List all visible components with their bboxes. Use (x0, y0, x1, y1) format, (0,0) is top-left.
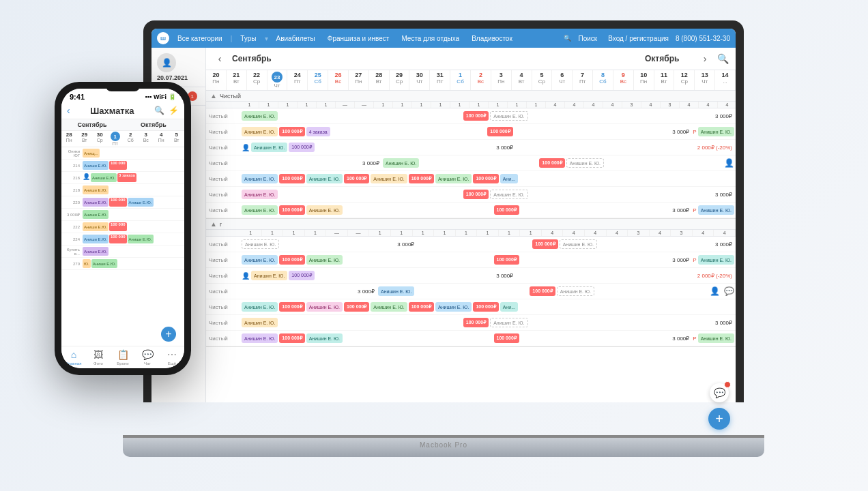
laptop-fab-button[interactable]: + (708, 408, 730, 430)
chip-dashed-6[interactable]: Анишин Е. Ю. (490, 190, 527, 199)
chip-price-2[interactable]: 100 000₽ (279, 127, 304, 136)
chip-name-7[interactable]: Анишин Е. Ю. (242, 205, 278, 215)
chip-name-5[interactable]: Анишин Е. Ю. (242, 174, 278, 183)
chip-price-2-1[interactable]: 100 000₽ (532, 239, 558, 249)
chip-name-1[interactable]: Анишин Е. Ю. (242, 111, 278, 121)
chip-name-7c[interactable]: Анишин Е. Ю. (698, 205, 734, 215)
chip-orders-2[interactable]: 4 заказа (306, 127, 330, 136)
chip-price-6[interactable]: 100 000₽ (463, 190, 489, 199)
chip-name-5e[interactable]: Ани... (500, 174, 518, 183)
chip-name-2[interactable]: Анишин Е. Ю. (242, 127, 278, 136)
chip-name-2-2c[interactable]: Анишин Е. Ю. (698, 255, 734, 265)
chip-price-7[interactable]: 100 000₽ (279, 205, 304, 215)
section-toggle-1[interactable]: ▲ (210, 92, 217, 100)
phone-chip-4[interactable]: Аниши Е.Ю. (83, 185, 108, 194)
chip-price-2-6[interactable]: 100 000₽ (463, 318, 489, 327)
chip-name-2-7b[interactable]: Анишин Е. Ю. (306, 333, 343, 343)
chip-overflow-2-5[interactable]: Ани... (500, 302, 518, 312)
chip-price-5d[interactable]: 100 000₽ (473, 174, 498, 183)
chip-name-2-5b[interactable]: Анишин Е. Ю. (306, 302, 343, 312)
chip-name-2-5[interactable]: Анишин Е. Ю. (242, 302, 278, 312)
chip-name-2b[interactable]: Анишин Е. Ю. (698, 127, 734, 136)
chip-dashed-2-1b[interactable]: Анишин Е. Ю. (560, 239, 597, 249)
chip-name-5d[interactable]: Анишин Е. Ю. (435, 174, 472, 183)
chip-price-1[interactable]: 100 000₽ (463, 111, 489, 121)
chip-price-5[interactable]: 100 000₽ (279, 174, 304, 183)
chip-name-5c[interactable]: Анишин Е. Ю. (371, 174, 407, 183)
chip-name-4[interactable]: Анишин Е. Ю. (383, 158, 419, 168)
chip-name-2-5d[interactable]: Анишин Е. Ю. (435, 302, 472, 312)
calendar-search-icon[interactable]: 🔍 (717, 53, 729, 64)
chip-dashed-1[interactable]: Анишин Е. Ю. (490, 111, 527, 121)
chip-price-2-5d[interactable]: 100 000₽ (473, 302, 498, 312)
nav-places[interactable]: Места для отдыха (397, 33, 463, 44)
next-month-btn[interactable]: › (698, 52, 712, 65)
chip-name-2-4[interactable]: Анишин Е. Ю. (378, 286, 414, 296)
chip-price-2b[interactable]: 100 000₽ (487, 127, 512, 136)
phone-chip-8c[interactable]: Аниши Е.Ю. (128, 235, 154, 243)
chip-name-2-6[interactable]: Анишин Е. Ю. (242, 318, 278, 327)
chip-price-2-3[interactable]: 100 000₽ (289, 271, 314, 280)
chip-dashed-2-6[interactable]: Анишин Е. Ю. (490, 318, 527, 327)
phone-nav-home[interactable]: ⌂ Главная (61, 346, 86, 368)
chip-price-2-7[interactable]: 100 000₽ (279, 333, 304, 343)
nav-city[interactable]: Владивосток (467, 33, 517, 44)
chip-name-3[interactable]: Анишин Е. Ю. (251, 143, 287, 152)
chip-name-2-2b[interactable]: Анишин Е. Ю. (306, 255, 343, 265)
phone-chip-10b[interactable]: Аниши Е.Ю. (91, 259, 117, 268)
chip-price-2-2[interactable]: 100 000₽ (279, 255, 304, 265)
phone-chip-10[interactable]: Ю. (83, 259, 91, 268)
nav-franchise[interactable]: Франшиза и инвест (323, 33, 394, 44)
chip-dashed-2-1[interactable]: Анишин Е. Ю. (242, 239, 279, 249)
chip-price-2-5[interactable]: 100 000₽ (279, 302, 304, 312)
phone-chip-5[interactable]: Аниши Е.Ю. (83, 198, 108, 207)
chip-name-2-2[interactable]: Анишин Е. Ю. (242, 255, 278, 265)
nav-all-categories[interactable]: Все категории (173, 33, 227, 44)
chip-price-5c[interactable]: 100 000₽ (409, 174, 434, 183)
phone-nav-photos[interactable]: 🖼 Фото (86, 346, 111, 368)
phone-chip-5b[interactable]: 100 000 (109, 198, 127, 207)
chip-price-7b[interactable]: 100 000₽ (494, 205, 519, 215)
phone-nav-more[interactable]: ⋯ Ещё (160, 346, 184, 368)
nav-flights[interactable]: Авиабилеты (272, 33, 319, 44)
phone-nav-chat[interactable]: 💬 Чат (135, 346, 160, 368)
phone-chip-3b[interactable]: 3 заказа (117, 173, 136, 182)
chip-name-2-3[interactable]: Анишин Е. Ю. (251, 271, 287, 280)
phone-fab-btn[interactable]: + (161, 327, 176, 342)
prev-month-btn[interactable]: ‹ (213, 52, 227, 65)
chip-name-2-7c[interactable]: Анишин Е. Ю. (698, 333, 734, 343)
nav-search-btn[interactable]: Поиск (574, 33, 601, 44)
phone-chip-6[interactable]: Аниши Е.Ю. (83, 210, 108, 219)
phone-chip-9[interactable]: Аниши Е.Ю. (83, 247, 108, 256)
phone-chip-1[interactable]: Анищ... (83, 149, 100, 158)
nav-tours[interactable]: Туры (236, 33, 260, 44)
phone-chip-3[interactable]: Аниши Е.Ю. (91, 173, 117, 182)
chip-price-2-5b[interactable]: 100 000₽ (344, 302, 369, 312)
nav-login[interactable]: Вход / регистрация (604, 33, 673, 44)
chip-dashed-4[interactable]: Анишин Е. Ю. (566, 158, 604, 168)
phone-chip-2b[interactable]: 100 000 (109, 161, 127, 170)
chip-price-3[interactable]: 100 000₽ (289, 143, 314, 152)
chip-price-2-7b[interactable]: 100 000₽ (494, 333, 519, 343)
chip-price-2-4[interactable]: 100 000₽ (530, 286, 555, 296)
chip-price-5b[interactable]: 100 000₽ (344, 174, 369, 183)
phone-chip-8b[interactable]: 100 000 (109, 235, 127, 243)
phone-filter-icon[interactable]: ⚡ (169, 106, 179, 115)
phone-chip-7[interactable]: Аниши Е.Ю. (83, 222, 108, 231)
chip-name-5b[interactable]: Анишин Е. Ю. (306, 174, 343, 183)
phone-chip-2a[interactable]: Аниши Е.Ю. (83, 161, 108, 170)
chat-notification-icon[interactable]: 💬 (710, 383, 729, 402)
phone-search-icon[interactable]: 🔍 (154, 106, 164, 115)
chip-name-7b[interactable]: Анишин Е. Ю. (306, 205, 343, 215)
phone-back-btn[interactable]: ‹ (67, 105, 70, 116)
chip-name-2-5c[interactable]: Анишин Е. Ю. (371, 302, 407, 312)
chip-price-2-5c[interactable]: 100 000₽ (409, 302, 434, 312)
phone-chip-7b[interactable]: 100 000 (109, 222, 127, 231)
chip-name-6[interactable]: Анишин Е. Ю. (242, 190, 278, 199)
phone-chip-8[interactable]: Аниши Е.Ю. (83, 235, 108, 243)
chip-price-4[interactable]: 100 000₽ (539, 158, 564, 168)
chip-dashed-2-4[interactable]: Анишин Е. Ю. (557, 286, 594, 296)
phone-nav-bookings[interactable]: 📋 Брони (111, 346, 135, 368)
chip-price-2-2b[interactable]: 100 000₽ (494, 255, 519, 265)
chip-name-2-7[interactable]: Анишин Е. Ю. (242, 333, 278, 343)
